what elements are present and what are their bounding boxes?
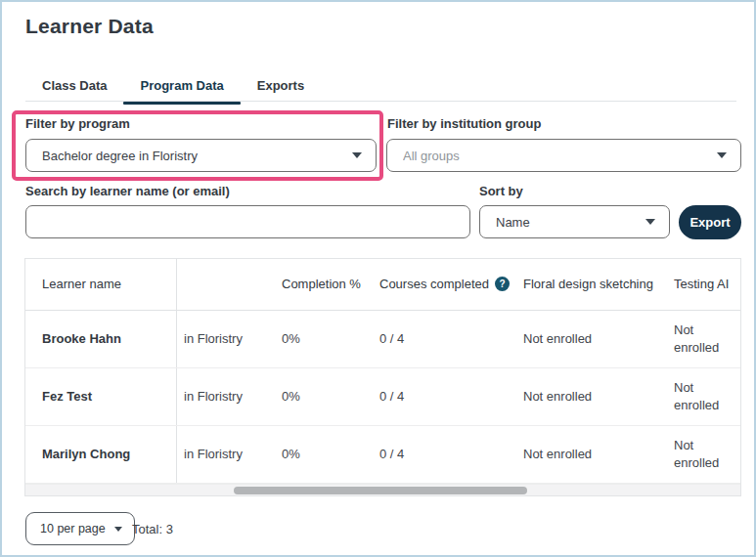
tab-bar: Class Data Program Data Exports [25,70,321,104]
completion-cell: 0% [272,330,370,348]
filter-group-value: All groups [403,149,709,163]
filter-program-select[interactable]: Bachelor degree in Floristry [25,139,377,172]
program-cell: in Floristry [177,446,272,463]
tab-class-data[interactable]: Class Data [25,70,123,104]
learner-data-page: Learner Data Class Data Program Data Exp… [0,0,756,557]
tabs-divider [25,101,736,102]
completion-cell: 0% [272,446,370,463]
floral-cell: Not enrolled [511,446,663,463]
column-header-learner-name: Learner name [25,259,177,310]
sort-by-select[interactable]: Name [479,205,670,238]
export-button[interactable]: Export [679,205,741,239]
search-input[interactable] [25,205,470,238]
sort-by-value: Name [496,215,638,230]
chevron-down-icon [114,527,122,532]
per-page-select[interactable]: 10 per page [25,512,135,545]
page-title: Learner Data [25,15,154,38]
chevron-down-icon [645,219,655,225]
filter-program-value: Bachelor degree in Floristry [42,149,344,163]
program-cell: in Floristry [177,388,272,406]
testing-ai-cell: Not enrolled [663,379,740,413]
column-header-completion: Completion % [272,276,370,293]
column-header-courses-label: Courses completed [379,276,489,293]
tab-exports[interactable]: Exports [241,70,321,104]
learner-name: Fez Test [25,368,177,425]
floral-cell: Not enrolled [511,330,663,348]
table-header-row: Learner name Completion % Courses comple… [25,259,740,311]
sort-by-label: Sort by [479,184,523,198]
scrollbar-thumb[interactable] [234,487,527,494]
courses-cell: 0 / 4 [370,388,511,406]
table-row: Fez Test in Floristry 0% 0 / 4 Not enrol… [25,368,740,426]
column-header-floral: Floral design sketching [511,276,663,293]
courses-cell: 0 / 4 [370,446,511,463]
chevron-down-icon [352,152,362,158]
table-row: Marilyn Chong in Floristry 0% 0 / 4 Not … [25,426,740,484]
help-icon[interactable]: ? [495,277,510,291]
floral-cell: Not enrolled [511,388,663,406]
tab-program-data[interactable]: Program Data [123,70,240,104]
table-row: Brooke Hahn in Floristry 0% 0 / 4 Not en… [25,311,740,368]
learner-table: Learner name Completion % Courses comple… [24,258,741,496]
learner-name: Brooke Hahn [25,311,177,367]
per-page-value: 10 per page [40,522,106,536]
column-header-testing-ai: Testing AI [663,276,740,293]
program-cell: in Floristry [177,330,272,348]
completion-cell: 0% [272,388,370,406]
filter-program-label: Filter by program [25,116,130,131]
chevron-down-icon [717,152,727,158]
horizontal-scrollbar[interactable] [25,484,740,495]
filter-group-label: Filter by institution group [387,116,541,131]
courses-cell: 0 / 4 [370,330,511,348]
filter-group-select[interactable]: All groups [386,139,741,172]
search-label: Search by learner name (or email) [25,184,230,198]
total-count: Total: 3 [132,522,173,536]
column-header-courses: Courses completed ? [370,276,511,293]
testing-ai-cell: Not enrolled [663,321,740,356]
testing-ai-cell: Not enrolled [663,437,740,471]
learner-name: Marilyn Chong [25,426,177,483]
